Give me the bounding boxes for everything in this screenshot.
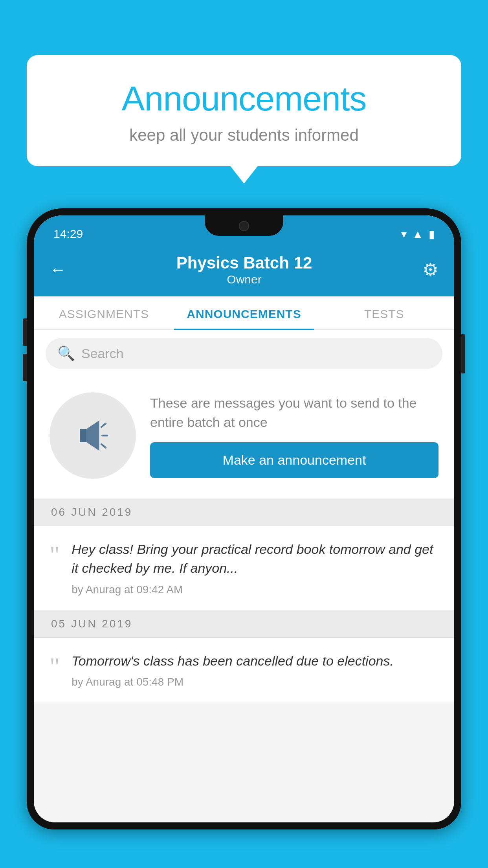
date-separator-2: 05 JUN 2019	[34, 611, 454, 638]
prompt-description: These are messages you want to send to t…	[150, 394, 438, 432]
announcement-item-2[interactable]: " Tomorrow's class has been cancelled du…	[34, 638, 454, 703]
phone-screen: 14:29 ← Physics Batch 12 Owner ⚙	[34, 215, 454, 822]
search-bar[interactable]: 🔍 Search	[46, 338, 442, 369]
date-separator-1: 06 JUN 2019	[34, 499, 454, 526]
search-input[interactable]: Search	[81, 346, 124, 361]
wifi-icon	[401, 227, 407, 241]
megaphone-icon	[71, 414, 114, 457]
time-display: 14:29	[53, 227, 83, 241]
signal-icon	[412, 227, 423, 241]
prompt-right: These are messages you want to send to t…	[150, 394, 438, 478]
bubble-title: Announcements	[58, 79, 430, 119]
volume-up-button[interactable]	[23, 318, 27, 346]
announcement-prompt: These are messages you want to send to t…	[34, 377, 454, 499]
announcement-content-2: Tomorrow's class has been cancelled due …	[72, 652, 437, 689]
svg-line-4	[101, 444, 106, 448]
battery-icon	[429, 227, 435, 241]
make-announcement-button[interactable]: Make an announcement	[150, 442, 438, 478]
search-container: 🔍 Search	[34, 330, 454, 377]
tab-tests[interactable]: TESTS	[314, 296, 454, 329]
intro-section: Announcements keep all your students inf…	[27, 55, 461, 166]
app-header: ← Physics Batch 12 Owner ⚙	[34, 245, 454, 296]
phone-notch	[205, 215, 283, 236]
user-role: Owner	[66, 273, 422, 286]
speech-bubble: Announcements keep all your students inf…	[27, 55, 461, 166]
front-camera	[239, 221, 249, 231]
tab-bar: ASSIGNMENTS ANNOUNCEMENTS TESTS	[34, 296, 454, 330]
bubble-subtitle: keep all your students informed	[58, 126, 430, 145]
announcement-meta-1: by Anurag at 09:42 AM	[72, 583, 437, 596]
announcement-text-2: Tomorrow's class has been cancelled due …	[72, 652, 437, 671]
announcement-meta-2: by Anurag at 05:48 PM	[72, 676, 437, 688]
tab-announcements[interactable]: ANNOUNCEMENTS	[174, 296, 314, 329]
search-icon: 🔍	[57, 345, 75, 362]
batch-name: Physics Batch 12	[66, 253, 422, 273]
header-center: Physics Batch 12 Owner	[66, 253, 422, 286]
svg-rect-1	[80, 429, 86, 442]
megaphone-circle	[50, 392, 136, 479]
tab-assignments[interactable]: ASSIGNMENTS	[34, 296, 174, 329]
phone-outer: 14:29 ← Physics Batch 12 Owner ⚙	[27, 208, 461, 829]
quote-icon-1: "	[50, 542, 60, 568]
quote-icon-2: "	[50, 654, 60, 679]
power-button[interactable]	[461, 334, 465, 373]
svg-line-2	[101, 424, 106, 427]
announcement-content-1: Hey class! Bring your practical record b…	[72, 540, 437, 596]
announcement-item-1[interactable]: " Hey class! Bring your practical record…	[34, 526, 454, 610]
status-icons	[401, 227, 435, 241]
announcement-text-1: Hey class! Bring your practical record b…	[72, 540, 437, 577]
phone-mockup: 14:29 ← Physics Batch 12 Owner ⚙	[27, 208, 461, 868]
back-button[interactable]: ←	[50, 260, 66, 279]
volume-down-button[interactable]	[23, 354, 27, 381]
settings-icon[interactable]: ⚙	[422, 259, 438, 280]
